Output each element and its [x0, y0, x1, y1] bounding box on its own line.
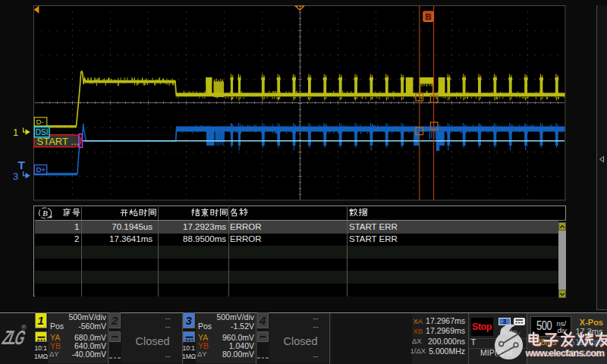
- svg-text:D-: D-: [36, 118, 44, 126]
- svg-text:START ...: START ...: [37, 136, 80, 147]
- svg-text:T: T: [18, 158, 26, 171]
- svg-text:B: B: [42, 209, 48, 218]
- svg-text:3: 3: [13, 171, 18, 182]
- svg-text:B: B: [426, 12, 432, 21]
- svg-text:D+: D+: [36, 165, 46, 174]
- svg-text:DSI: DSI: [36, 128, 49, 136]
- svg-text:1: 1: [13, 127, 18, 138]
